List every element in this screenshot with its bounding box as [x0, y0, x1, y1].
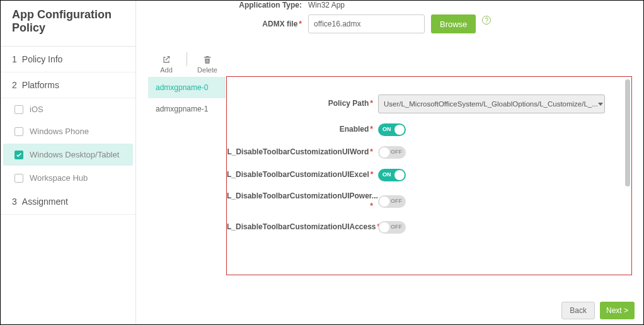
- required-mark: *: [299, 20, 302, 28]
- toggle-word[interactable]: OFF: [378, 146, 406, 159]
- setting-label-access: L_DisableToolbarCustomizationUIAccess*: [227, 222, 378, 232]
- step-label: Platforms: [22, 80, 59, 90]
- application-type-label: Application Type:: [147, 1, 308, 9]
- step-policy-info[interactable]: 1 Policy Info: [1, 47, 135, 72]
- checkbox-windows-desktop[interactable]: [14, 151, 23, 159]
- platform-item-workspace-hub[interactable]: Workspace Hub: [1, 167, 135, 189]
- gp-item-0[interactable]: admxgpname-0: [148, 77, 226, 98]
- platform-item-windows-desktop[interactable]: Windows Desktop/Tablet: [3, 144, 133, 166]
- step-assignment[interactable]: 3 Assignment: [1, 189, 135, 215]
- policy-path-select[interactable]: User/L_MicrosoftOfficeSystem/L_GloablOpt…: [378, 94, 605, 113]
- step-label: Policy Info: [22, 54, 63, 64]
- admx-file-label: ADMX file*: [147, 20, 308, 28]
- admx-file-row: ADMX file* Browse ?: [147, 14, 632, 33]
- step-number: 2: [12, 80, 17, 90]
- back-button[interactable]: Back: [561, 302, 595, 319]
- delete-button[interactable]: Delete: [188, 55, 226, 74]
- platform-label: iOS: [30, 105, 43, 114]
- main-panel: Application Type: Win32 App ADMX file* B…: [136, 1, 643, 324]
- toggle-text: ON: [382, 171, 391, 178]
- page-title: App Configuration Policy: [1, 1, 135, 47]
- policy-path-value: User/L_MicrosoftOfficeSystem/L_GloablOpt…: [384, 100, 598, 108]
- sidebar: App Configuration Policy 1 Policy Info 2…: [1, 1, 136, 324]
- platform-label: Windows Phone: [30, 127, 89, 136]
- browse-button[interactable]: Browse: [431, 14, 476, 33]
- platform-label: Windows Desktop/Tablet: [30, 150, 119, 159]
- toggle-text: OFF: [391, 149, 402, 155]
- scrollbar-thumb[interactable]: [625, 79, 630, 186]
- platform-label: Workspace Hub: [30, 173, 88, 183]
- step-number: 3: [12, 197, 17, 207]
- next-button[interactable]: Next >: [600, 302, 635, 319]
- add-icon: [161, 55, 171, 65]
- gp-item-1[interactable]: admxgpname-1: [148, 98, 226, 120]
- footer: Back Next >: [561, 302, 635, 319]
- toggle-text: OFF: [391, 198, 402, 204]
- delete-label: Delete: [197, 66, 217, 74]
- add-label: Add: [160, 66, 173, 74]
- setting-label-excel: L_DisableToolbarCustomizationUIExcel*: [227, 170, 378, 180]
- add-button[interactable]: Add: [147, 55, 185, 74]
- detail-panel: Policy Path* User/L_MicrosoftOfficeSyste…: [226, 76, 632, 275]
- toggle-text: OFF: [391, 224, 402, 230]
- platform-item-windows-phone[interactable]: Windows Phone: [1, 120, 135, 142]
- chevron-down-icon: [598, 103, 603, 106]
- checkbox-ios[interactable]: [14, 105, 23, 114]
- enabled-toggle[interactable]: ON: [378, 123, 406, 136]
- setting-label-power: L_DisableToolbarCustomizationUIPower...*: [227, 191, 378, 211]
- application-type-row: Application Type: Win32 App: [147, 1, 632, 9]
- toolbar-separator: [187, 52, 187, 66]
- application-type-value: Win32 App: [308, 1, 345, 9]
- toggle-power[interactable]: OFF: [378, 195, 406, 208]
- work-area: admxgpname-0 admxgpname-1 Policy Path* U…: [147, 76, 632, 275]
- toggle-text: ON: [382, 126, 391, 132]
- policy-path-label: Policy Path*: [227, 99, 378, 109]
- trash-icon: [202, 55, 212, 65]
- step-number: 1: [12, 54, 17, 64]
- enabled-label: Enabled*: [227, 125, 378, 135]
- step-label: Assignment: [22, 197, 68, 207]
- gp-list: admxgpname-0 admxgpname-1: [147, 76, 226, 275]
- toolbar: Add Delete: [147, 52, 632, 74]
- checkbox-workspace-hub[interactable]: [14, 174, 23, 183]
- toggle-access[interactable]: OFF: [378, 221, 406, 234]
- step-platforms[interactable]: 2 Platforms: [1, 72, 135, 98]
- help-icon[interactable]: ?: [482, 16, 491, 25]
- checkbox-windows-phone[interactable]: [14, 127, 23, 136]
- admx-file-input[interactable]: [308, 14, 425, 33]
- platform-item-ios[interactable]: iOS: [1, 98, 135, 120]
- toggle-excel[interactable]: ON: [378, 169, 406, 181]
- setting-label-word: L_DisableToolbarCustomizationUIWord*: [227, 147, 378, 157]
